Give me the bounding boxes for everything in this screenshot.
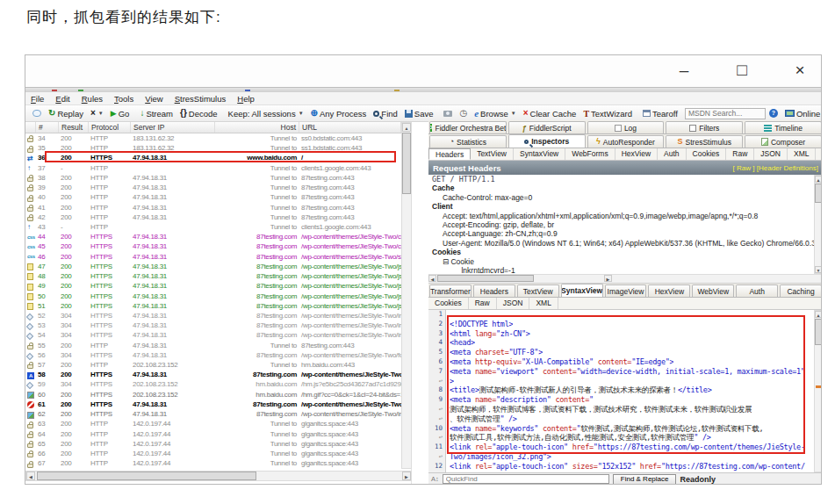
scroll-left-arrow[interactable]: ◀ <box>26 472 35 480</box>
session-row[interactable]: 34200HTTP183.131.62.32Tunnel toss0.bdsta… <box>25 133 401 143</box>
camera-button[interactable] <box>440 106 456 121</box>
dropdown-caret-icon[interactable]: ▼ <box>98 111 104 116</box>
session-row[interactable]: 53304HTTPS47.94.18.3187testing.com/wp-co… <box>25 320 401 330</box>
session-row[interactable]: 66200HTTP142.0.197.44Tunnel toglganltcs.… <box>25 449 401 458</box>
session-row[interactable]: 42200HTTP47.94.18.31Tunnel to87testing.c… <box>25 212 401 222</box>
column-header-protocol[interactable]: Protocol <box>89 122 131 133</box>
stream-button[interactable]: ↓Stream <box>136 106 176 121</box>
session-list-hscrollbar[interactable]: ◀ ▶ <box>25 471 412 481</box>
tab-hexview[interactable]: HexView <box>615 148 658 160</box>
tab-auth[interactable]: Auth <box>736 284 778 297</box>
session-row[interactable]: ⇄36200HTTPS47.94.18.31www.baidu.com/ <box>25 153 401 162</box>
column-header-result[interactable]: Result <box>59 122 89 133</box>
go-button[interactable]: ▶Go <box>107 106 133 121</box>
scroll-thumb[interactable] <box>37 472 256 480</box>
session-row[interactable]: 38200HTTP47.94.18.31Tunnel to87testing.c… <box>25 173 401 183</box>
session-row[interactable]: A58200HTTPS47.94.18.3187testing.com/wp-c… <box>25 370 401 379</box>
scroll-thumb[interactable] <box>815 319 822 345</box>
session-row[interactable]: ↑37-HTTPTunnel toclients1.google.com:443 <box>25 163 401 173</box>
menu-stresstimulus[interactable]: StresStimulus <box>175 94 227 104</box>
tab-xml[interactable]: XML <box>788 148 816 160</box>
request-hscrollbar[interactable]: ◀ ▶ <box>428 275 822 284</box>
tab-log[interactable]: Log <box>587 121 665 133</box>
session-list-vscrollbar[interactable]: ▲ <box>401 122 412 469</box>
menu-tools[interactable]: Tools <box>114 94 133 104</box>
session-row[interactable]: css46200HTTPS47.94.18.3187testing.com/wp… <box>25 252 401 262</box>
session-row[interactable]: 35200HTTP183.131.62.32Tunnel toss1.bdsta… <box>25 143 401 153</box>
session-row[interactable]: 56304HTTPS47.94.18.3187testing.com/wp-co… <box>25 350 401 360</box>
tab-cookies[interactable]: Cookies <box>687 148 727 160</box>
dropdown-caret-icon[interactable]: ▼ <box>299 111 304 116</box>
column-header-server-ip[interactable]: Server IP <box>131 122 215 133</box>
session-row[interactable]: 48200HTTPS47.94.18.3187testing.com/wp-co… <box>25 271 401 281</box>
session-row[interactable]: 59304HTTPS202.108.23.152hm.baidu.com/hm.… <box>25 379 401 389</box>
save-button[interactable]: Save <box>401 106 437 121</box>
replay-button[interactable]: ↻Replay <box>45 106 87 121</box>
tab-xml[interactable]: XML <box>529 298 558 309</box>
session-row[interactable]: 57200HTTP202.108.23.152Tunnel tohm.baidu… <box>25 360 401 370</box>
match-case-icon[interactable]: A↕ <box>431 475 439 483</box>
scroll-up-arrow[interactable]: ▲ <box>402 123 411 132</box>
scroll-thumb[interactable] <box>402 133 411 194</box>
keep-all-sessions-button[interactable]: Keep: All sessions▼ <box>225 106 307 121</box>
session-row[interactable]: 51200HTTPS47.94.18.3187testing.com/wp-co… <box>25 301 401 311</box>
menu-edit[interactable]: Edit <box>55 94 69 104</box>
scroll-right-arrow[interactable]: ▶ <box>402 472 411 480</box>
tab-imageview[interactable]: ImageView <box>605 284 647 297</box>
textwizard-button[interactable]: TTextWizard <box>579 106 636 121</box>
tab-composer[interactable]: Composer <box>745 135 822 148</box>
decode-button[interactable]: {}Decode <box>176 106 221 121</box>
tab-raw[interactable]: Raw <box>469 298 497 309</box>
scroll-right-arrow[interactable]: ▶ <box>604 275 612 282</box>
session-row[interactable]: 64200HTTP142.0.197.44Tunnel toglganltcs.… <box>25 429 401 439</box>
column-header-host[interactable]: Host <box>215 122 299 133</box>
tab-fiddlerscript[interactable]: ƒFiddlerScript <box>508 121 586 133</box>
tab-webview[interactable]: WebView <box>692 284 734 297</box>
menu-view[interactable]: View <box>145 94 162 104</box>
tab-transformer[interactable]: Transformer <box>429 284 471 297</box>
session-row[interactable]: 41200HTTP47.94.18.31Tunnel to87testing.c… <box>25 203 401 212</box>
scroll-up-arrow[interactable]: ▲ <box>815 176 822 183</box>
minimize-button[interactable]: – <box>672 59 696 82</box>
scroll-up-arrow[interactable]: ▲ <box>815 311 822 318</box>
tab-syntaxview[interactable]: SyntaxView <box>514 148 565 160</box>
tearoff-button[interactable]: Tearoff <box>639 106 681 121</box>
browse-button[interactable]: eBrowse▼ <box>471 106 520 121</box>
session-row[interactable]: 50200HTTPS47.94.18.3187testing.com/wp-co… <box>25 292 401 301</box>
find-button[interactable]: Find <box>370 106 400 121</box>
column-header-icon[interactable] <box>25 122 36 133</box>
session-row[interactable]: 40200HTTP47.94.18.31Tunnel to87testing.c… <box>25 192 401 202</box>
tab-filters[interactable]: Filters <box>666 121 743 133</box>
comment-button[interactable] <box>29 106 45 121</box>
session-row[interactable]: 54304HTTPS47.94.18.3187testing.com/wp-co… <box>25 330 401 340</box>
tab-stresstimulus[interactable]: SStresStimulus <box>666 135 743 148</box>
session-row[interactable]: 47200HTTPS47.94.18.3187testing.com/wp-co… <box>25 262 401 271</box>
session-row[interactable]: css44200HTTPS47.94.18.3187testing.com/wp… <box>25 232 401 241</box>
session-row[interactable]: 49200HTTPS47.94.18.3187testing.com/wp-co… <box>25 281 401 291</box>
scroll-down-arrow[interactable]: ▼ <box>815 266 822 273</box>
tab-textview[interactable]: TextView <box>517 284 559 297</box>
tab-cookies[interactable]: Cookies <box>428 298 469 309</box>
session-row[interactable]: 61200HTTPS47.94.18.3187testing.com/wp-co… <box>25 400 401 409</box>
tab-textview[interactable]: TextView <box>471 148 514 160</box>
msdn-search-input[interactable] <box>685 108 766 119</box>
session-row[interactable]: css45200HTTPS47.94.18.3187testing.com/wp… <box>25 241 401 251</box>
tab-caching[interactable]: Caching <box>780 284 822 297</box>
column-header-url[interactable]: URL <box>299 122 401 133</box>
tab-auth[interactable]: Auth <box>658 148 687 160</box>
help-button[interactable]: ? <box>766 106 781 121</box>
tab-headers[interactable]: Headers <box>473 284 515 297</box>
column-header-#[interactable]: # <box>36 122 59 133</box>
tab-hexview[interactable]: HexView <box>648 284 690 297</box>
quickfind-input[interactable] <box>443 474 609 484</box>
scroll-left-arrow[interactable]: ◀ <box>428 275 436 282</box>
find-replace-button[interactable]: Find & Replace <box>613 474 677 485</box>
header-definitions-link[interactable]: [Header Definitions] <box>757 164 818 172</box>
dropdown-caret-icon[interactable]: ▼ <box>511 111 516 116</box>
scroll-thumb[interactable] <box>437 275 534 282</box>
tab-statistics[interactable]: ◔Statistics <box>429 135 507 148</box>
tab-syntaxview[interactable]: SyntaxView <box>561 284 603 297</box>
session-row[interactable]: 67200HTTP142.0.197.44Tunnel toglganltcs.… <box>25 458 401 468</box>
session-row[interactable]: 62200HTTPS47.94.18.3187testing.com/wp-co… <box>25 409 401 419</box>
scroll-thumb[interactable] <box>815 184 822 203</box>
